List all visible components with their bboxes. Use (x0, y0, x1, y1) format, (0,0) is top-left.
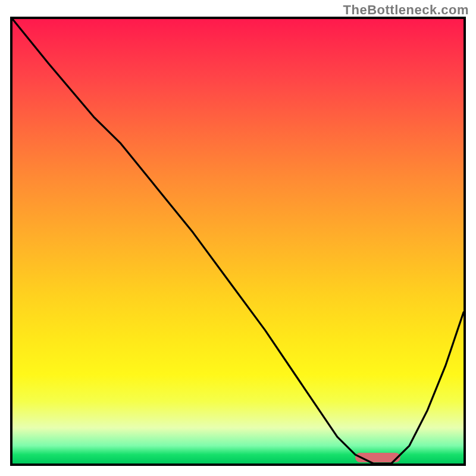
chart-overlay-svg (12, 19, 464, 464)
plot-area (10, 17, 466, 466)
chart-frame: TheBottleneck.com (0, 0, 476, 476)
bottleneck-curve-path (12, 19, 464, 464)
attribution-text: TheBottleneck.com (343, 2, 469, 18)
